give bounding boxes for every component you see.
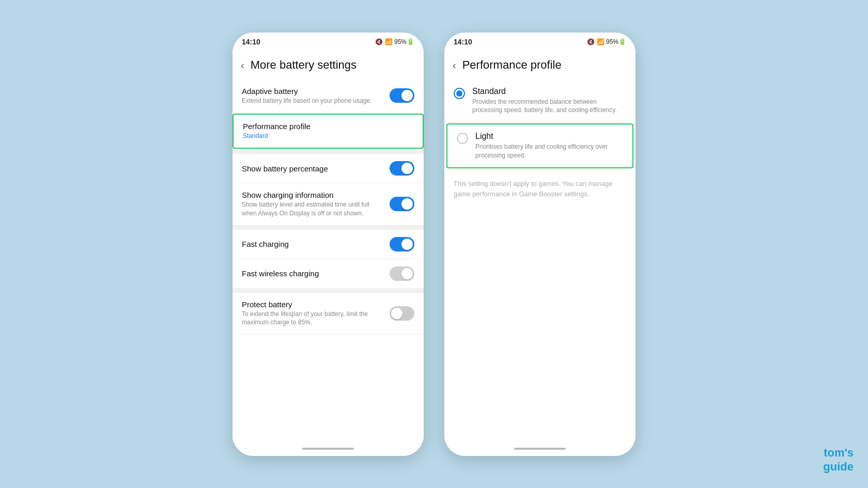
right-home-indicator xyxy=(514,448,566,450)
divider-2 xyxy=(233,226,424,230)
standard-desc: Provides the recommended balance between… xyxy=(472,98,626,115)
right-status-bar: 14:10 🔇 📶 95%🔋 xyxy=(444,33,636,49)
performance-profile-title: Performance profile xyxy=(243,122,407,131)
divider-3 xyxy=(233,289,424,293)
protect-battery-text: Protect battery To extend the lifespan o… xyxy=(242,300,383,327)
right-time: 14:10 xyxy=(454,38,472,46)
show-charging-info-item[interactable]: Show charging information Show battery l… xyxy=(233,183,424,226)
left-bottom-bar xyxy=(233,444,424,456)
standard-title: Standard xyxy=(472,87,626,96)
show-battery-percentage-title: Show battery percentage xyxy=(242,164,383,173)
performance-profile-text: Performance profile Standard xyxy=(243,122,407,140)
show-charging-info-title: Show charging information xyxy=(242,191,383,199)
standard-radio[interactable] xyxy=(454,88,465,99)
adaptive-battery-text: Adaptive battery Extend battery life bas… xyxy=(242,87,383,105)
right-screen: ‹ Performance profile Standard Provides … xyxy=(444,49,636,444)
light-option[interactable]: Light Prioritises battery life and cooli… xyxy=(446,123,633,168)
show-battery-percentage-text: Show battery percentage xyxy=(242,164,383,173)
watermark: tom's guide xyxy=(823,446,854,474)
standard-option[interactable]: Standard Provides the recommended balanc… xyxy=(444,80,636,123)
left-header: ‹ More battery settings xyxy=(233,49,424,80)
fast-charging-title: Fast charging xyxy=(242,240,383,248)
watermark-line1: tom's xyxy=(823,446,854,460)
fast-charging-item[interactable]: Fast charging xyxy=(233,230,424,259)
fast-wireless-charging-item[interactable]: Fast wireless charging xyxy=(233,259,424,289)
show-charging-info-text: Show charging information Show battery l… xyxy=(242,191,383,218)
left-header-title: More battery settings xyxy=(251,58,357,72)
left-time: 14:10 xyxy=(242,38,260,46)
fast-wireless-charging-toggle[interactable] xyxy=(390,266,414,281)
right-back-arrow[interactable]: ‹ xyxy=(451,57,458,73)
adaptive-battery-item[interactable]: Adaptive battery Extend battery life bas… xyxy=(233,80,424,113)
fast-charging-toggle[interactable] xyxy=(390,237,414,251)
right-status-icons: 🔇 📶 95%🔋 xyxy=(587,38,626,45)
right-spacer xyxy=(444,209,636,443)
protect-battery-subtitle: To extend the lifespan of your battery, … xyxy=(242,310,383,327)
light-radio[interactable] xyxy=(457,133,468,144)
light-title: Light xyxy=(475,132,623,141)
show-charging-info-subtitle: Show battery level and estimated time un… xyxy=(242,200,383,218)
left-screen: ‹ More battery settings Adaptive battery… xyxy=(233,49,424,444)
divider-1 xyxy=(233,150,424,154)
left-status-bar: 14:10 🔇 📶 95%🔋 xyxy=(233,33,424,49)
protect-battery-title: Protect battery xyxy=(242,300,383,309)
left-home-indicator xyxy=(302,448,354,450)
fast-wireless-charging-text: Fast wireless charging xyxy=(242,269,383,278)
light-desc: Prioritises battery life and cooling eff… xyxy=(475,143,623,160)
right-header-title: Performance profile xyxy=(462,58,562,72)
fast-wireless-charging-title: Fast wireless charging xyxy=(242,269,383,278)
right-bottom-bar xyxy=(444,444,636,456)
left-back-arrow[interactable]: ‹ xyxy=(239,57,246,73)
right-phone: 14:10 🔇 📶 95%🔋 ‹ Performance profile Sta… xyxy=(444,33,636,456)
standard-text: Standard Provides the recommended balanc… xyxy=(472,87,626,115)
light-text: Light Prioritises battery life and cooli… xyxy=(475,132,623,160)
show-battery-percentage-item[interactable]: Show battery percentage xyxy=(233,154,424,183)
info-text: This setting doesn't apply to games. You… xyxy=(444,169,636,210)
protect-battery-toggle[interactable] xyxy=(390,306,414,321)
watermark-line2: guide xyxy=(823,460,854,474)
left-spacer xyxy=(233,335,424,443)
adaptive-battery-toggle[interactable] xyxy=(390,88,414,103)
show-charging-info-toggle[interactable] xyxy=(390,197,414,211)
protect-battery-item[interactable]: Protect battery To extend the lifespan o… xyxy=(233,293,424,335)
performance-profile-subtitle: Standard xyxy=(243,132,407,140)
left-status-icons: 🔇 📶 95%🔋 xyxy=(375,38,414,45)
adaptive-battery-subtitle: Extend battery life based on your phone … xyxy=(242,97,383,105)
left-phone: 14:10 🔇 📶 95%🔋 ‹ More battery settings A… xyxy=(233,33,424,456)
fast-charging-text: Fast charging xyxy=(242,240,383,248)
right-header: ‹ Performance profile xyxy=(444,49,636,80)
adaptive-battery-title: Adaptive battery xyxy=(242,87,383,96)
performance-profile-item[interactable]: Performance profile Standard xyxy=(233,114,424,149)
show-battery-percentage-toggle[interactable] xyxy=(390,161,414,176)
